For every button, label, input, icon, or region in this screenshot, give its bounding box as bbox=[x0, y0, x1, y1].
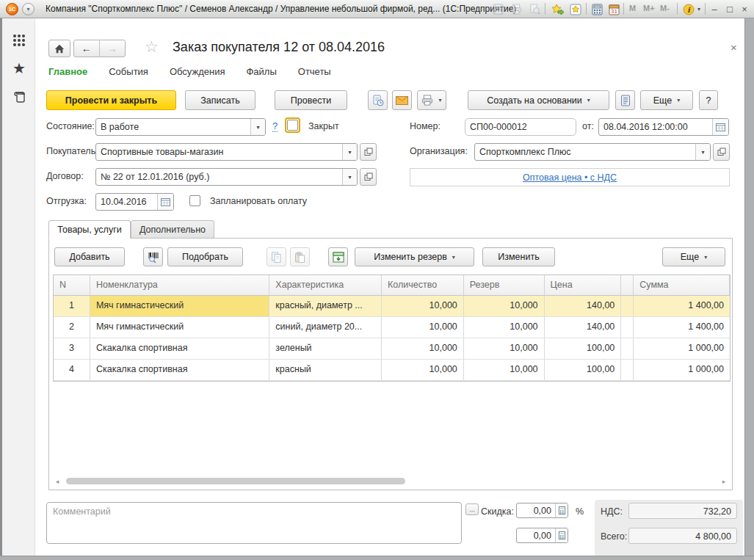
chevron-down-icon[interactable]: ▾ bbox=[342, 169, 357, 185]
cell-quantity[interactable]: 10,000 bbox=[382, 338, 464, 359]
memory-minus-button[interactable]: M- bbox=[660, 4, 670, 12]
date-field[interactable]: 08.04.2016 12:00:00 bbox=[598, 118, 729, 136]
cell-sum[interactable]: 1 000,00 bbox=[634, 360, 730, 380]
table-row[interactable]: 1 Мяч гимнастический красный, диаметр ..… bbox=[54, 296, 730, 317]
cell-spacer[interactable] bbox=[621, 296, 634, 316]
tab-reports[interactable]: Отчеты bbox=[298, 66, 331, 77]
cell-nomenclature[interactable]: Скакалка спортивная bbox=[90, 338, 269, 359]
table-row[interactable]: 4 Скакалка спортивная красный 10,000 10,… bbox=[54, 360, 730, 381]
print-menu-button[interactable]: ▾ bbox=[417, 90, 446, 110]
save-button[interactable]: Записать bbox=[185, 90, 255, 110]
calendar-picker-icon[interactable] bbox=[712, 119, 728, 135]
comment-input[interactable] bbox=[46, 502, 462, 544]
contract-combo[interactable]: № 22 от 12.01.2016 (руб.) ▾ bbox=[95, 168, 358, 186]
posting-time-icon[interactable] bbox=[368, 90, 388, 110]
cell-reserve[interactable]: 10,000 bbox=[464, 338, 545, 359]
print-preview-icon[interactable] bbox=[527, 2, 542, 16]
cell-spacer[interactable] bbox=[621, 317, 634, 338]
column-header[interactable]: Резерв bbox=[464, 275, 545, 295]
calculator-picker-icon[interactable] bbox=[555, 528, 568, 542]
column-header[interactable]: Количество bbox=[382, 275, 464, 295]
scroll-left-icon[interactable]: ◂ bbox=[53, 478, 62, 485]
tab-events[interactable]: События bbox=[109, 66, 148, 77]
plan-payment-checkbox[interactable] bbox=[189, 195, 200, 206]
maximize-button[interactable]: □ bbox=[722, 2, 738, 16]
calculator-picker-icon[interactable] bbox=[555, 503, 568, 517]
close-form-button[interactable]: × bbox=[731, 41, 737, 54]
show-totals-icon[interactable] bbox=[328, 247, 348, 266]
cell-reserve[interactable]: 10,000 bbox=[464, 296, 545, 316]
cell-reserve[interactable]: 10,000 bbox=[464, 360, 545, 380]
print-icon[interactable] bbox=[509, 2, 523, 16]
customer-open-button[interactable] bbox=[360, 143, 377, 161]
info-dropdown-icon[interactable]: ▾ bbox=[695, 2, 703, 16]
calendar-icon[interactable]: 31 bbox=[606, 2, 621, 16]
cell-sum[interactable]: 1 000,00 bbox=[634, 338, 730, 359]
tab-goods-services[interactable]: Товары, услуги bbox=[48, 220, 131, 239]
customer-combo[interactable]: Спортивные товары-магазин ▾ bbox=[95, 143, 358, 161]
calculator-icon[interactable] bbox=[590, 2, 604, 16]
chevron-down-icon[interactable]: ▾ bbox=[695, 144, 710, 160]
table-more-button[interactable]: Еще ▾ bbox=[662, 247, 725, 266]
home-button[interactable] bbox=[48, 40, 70, 57]
tab-discussions[interactable]: Обсуждения bbox=[170, 66, 225, 77]
cell-quantity[interactable]: 10,000 bbox=[382, 317, 464, 338]
cell-quantity[interactable]: 10,000 bbox=[382, 296, 464, 316]
cell-characteristic[interactable]: красный, диаметр ... bbox=[269, 296, 382, 316]
calendar-picker-icon[interactable] bbox=[157, 194, 173, 210]
discount-percent-field[interactable]: 0,00 bbox=[516, 503, 568, 518]
horizontal-scrollbar[interactable]: ◂ ▸ bbox=[53, 476, 728, 486]
cell-nomenclature[interactable]: Мяч гимнастический bbox=[90, 317, 269, 338]
cell-reserve[interactable]: 10,000 bbox=[464, 317, 545, 338]
favorites-icon[interactable] bbox=[568, 2, 583, 16]
add-row-button[interactable]: Добавить bbox=[54, 247, 125, 266]
column-header[interactable]: Сумма bbox=[634, 275, 730, 295]
close-window-button[interactable]: × bbox=[736, 2, 753, 16]
state-combo[interactable]: В работе ▾ bbox=[95, 118, 266, 136]
table-row[interactable]: 2 Мяч гимнастический синий, диаметр 20..… bbox=[54, 317, 730, 338]
column-header[interactable]: Номенклатура bbox=[90, 275, 269, 295]
organization-combo[interactable]: Спорткомплекс Плюс ▾ bbox=[474, 143, 711, 161]
tab-main[interactable]: Главное bbox=[48, 66, 87, 77]
chevron-down-icon[interactable]: ▾ bbox=[250, 119, 265, 135]
cell-nomenclature[interactable]: Скакалка спортивная bbox=[90, 360, 269, 380]
cell-sum[interactable]: 1 400,00 bbox=[634, 296, 730, 316]
scroll-right-icon[interactable]: ▸ bbox=[719, 478, 728, 485]
table-row[interactable]: 3 Скакалка спортивная зеленый 10,000 10,… bbox=[54, 338, 730, 360]
cell-spacer[interactable] bbox=[621, 360, 634, 380]
price-kind-link[interactable]: Оптовая цена • с НДС bbox=[523, 172, 617, 183]
comment-expand-button[interactable]: ... bbox=[465, 503, 479, 515]
contract-open-button[interactable] bbox=[360, 168, 377, 186]
sections-menu-icon[interactable] bbox=[12, 33, 26, 48]
shipment-date-field[interactable]: 10.04.2016 bbox=[95, 193, 174, 211]
copy-icon[interactable] bbox=[267, 247, 286, 266]
create-based-on-button[interactable]: Создать на основании ▾ bbox=[468, 90, 609, 110]
change-button[interactable]: Изменить bbox=[482, 247, 555, 266]
tab-files[interactable]: Файлы bbox=[246, 66, 276, 77]
info-icon[interactable]: i bbox=[681, 2, 696, 16]
column-header[interactable]: Характеристика bbox=[269, 275, 382, 295]
back-button[interactable]: ← bbox=[74, 40, 100, 57]
help-button[interactable]: ? bbox=[699, 90, 718, 110]
cell-line-number[interactable]: 2 bbox=[54, 317, 90, 338]
paste-icon[interactable] bbox=[290, 247, 310, 266]
change-reserve-button[interactable]: Изменить резерв ▾ bbox=[355, 247, 474, 266]
scrollbar-thumb[interactable] bbox=[66, 478, 405, 484]
reports-icon[interactable] bbox=[615, 90, 635, 110]
cell-characteristic[interactable]: красный bbox=[269, 360, 382, 380]
organization-open-button[interactable] bbox=[713, 143, 730, 161]
memory-plus-button[interactable]: M+ bbox=[643, 4, 655, 12]
cell-price[interactable]: 140,00 bbox=[545, 296, 622, 316]
column-header[interactable] bbox=[621, 275, 634, 295]
memory-recall-button[interactable]: M bbox=[629, 4, 636, 12]
post-and-close-button[interactable]: Провести и закрыть bbox=[46, 90, 176, 110]
cell-line-number[interactable]: 1 bbox=[54, 296, 90, 316]
favorite-toggle-icon[interactable]: ☆ bbox=[145, 38, 159, 56]
system-menu-button[interactable]: ▾ bbox=[22, 3, 35, 15]
cell-sum[interactable]: 1 400,00 bbox=[634, 317, 730, 338]
forward-button[interactable]: → bbox=[100, 40, 126, 57]
add-favorite-icon[interactable] bbox=[550, 2, 565, 16]
minimize-button[interactable]: – bbox=[706, 2, 722, 16]
scrollbar-track[interactable] bbox=[62, 477, 719, 485]
discount-amount-field[interactable]: 0,00 bbox=[516, 528, 568, 543]
